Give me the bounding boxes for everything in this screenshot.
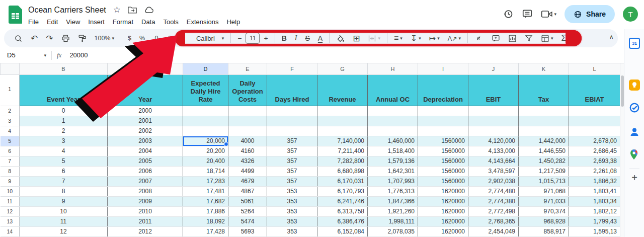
cell[interactable]: [317, 116, 368, 126]
google-keep-icon[interactable]: [629, 80, 640, 91]
table-views-icon[interactable]: ▾: [537, 34, 557, 43]
functions-sigma-icon[interactable]: Σ: [557, 34, 571, 43]
google-tasks-icon[interactable]: [629, 102, 640, 113]
cell[interactable]: 353: [267, 196, 317, 206]
header-cell[interactable]: EBIT: [468, 74, 519, 106]
cell[interactable]: 2,902,038: [468, 176, 519, 186]
borders-icon[interactable]: ⊞: [349, 33, 364, 44]
cell[interactable]: 1560000: [418, 166, 468, 176]
cell[interactable]: 2011: [108, 216, 183, 226]
cell[interactable]: 4,133,000: [468, 146, 519, 156]
cell[interactable]: 1,642,301: [368, 166, 418, 176]
cell[interactable]: 5264: [228, 206, 267, 216]
contacts-icon[interactable]: [629, 126, 640, 137]
cell[interactable]: 8: [20, 186, 108, 196]
header-cell[interactable]: Event Year: [20, 74, 108, 106]
move-folder-icon[interactable]: [128, 6, 137, 14]
cell[interactable]: 1,595,13: [569, 226, 620, 236]
cell[interactable]: 2,774,380: [468, 196, 519, 206]
text-rotation-icon[interactable]: A↗▾: [444, 35, 465, 42]
cell[interactable]: 353: [267, 226, 317, 236]
google-calendar-icon[interactable]: 31: [629, 38, 640, 49]
column-header-H[interactable]: H: [368, 63, 418, 74]
cell[interactable]: 858,917: [519, 226, 569, 236]
currency-format-button[interactable]: $: [124, 35, 135, 42]
cell[interactable]: 1620000: [418, 196, 468, 206]
cell[interactable]: 1: [20, 116, 108, 126]
cell[interactable]: 971,033: [519, 196, 569, 206]
merge-cells-icon[interactable]: ▾: [364, 34, 384, 43]
text-wrap-icon[interactable]: ↦▾: [425, 34, 444, 43]
cell[interactable]: 9: [20, 196, 108, 206]
meet-camera-icon[interactable]: ▾: [541, 10, 557, 19]
cell[interactable]: 1560000: [418, 156, 468, 166]
cell[interactable]: [267, 116, 317, 126]
cell[interactable]: 1,776,313: [368, 186, 418, 196]
star-icon[interactable]: ☆: [113, 5, 121, 15]
cell[interactable]: [468, 116, 519, 126]
cell[interactable]: 357: [267, 136, 317, 146]
cell[interactable]: 2,678,00: [569, 136, 620, 146]
cell[interactable]: [519, 116, 569, 126]
menu-item[interactable]: View: [62, 17, 84, 27]
header-cell[interactable]: Daily Operation Costs: [228, 74, 267, 106]
row-header[interactable]: 6: [1, 146, 20, 156]
row-header[interactable]: 9: [1, 176, 20, 186]
header-cell[interactable]: Revenue: [317, 74, 368, 106]
cell[interactable]: 2,261,08: [569, 166, 620, 176]
cell[interactable]: [368, 106, 418, 116]
cell[interactable]: 3: [20, 136, 108, 146]
cell[interactable]: 2001: [108, 116, 183, 126]
cell[interactable]: 17,682: [183, 196, 228, 206]
cell[interactable]: 1,802,12: [569, 206, 620, 216]
cell[interactable]: 18,092: [183, 216, 228, 226]
cell[interactable]: 7: [20, 176, 108, 186]
row-header[interactable]: 1: [1, 74, 20, 106]
menu-item[interactable]: Edit: [43, 17, 62, 27]
cell[interactable]: [418, 106, 468, 116]
decrease-font-size-button[interactable]: −: [233, 34, 246, 42]
row-header[interactable]: 4: [1, 126, 20, 136]
comment-history-icon[interactable]: [522, 9, 533, 20]
side-panel-add-button[interactable]: +: [624, 172, 644, 184]
cell[interactable]: [317, 126, 368, 136]
account-avatar[interactable]: T: [623, 7, 638, 22]
share-button[interactable]: Share: [565, 5, 615, 23]
cell[interactable]: 1,446,550: [519, 146, 569, 156]
cell[interactable]: 353: [267, 206, 317, 216]
cell[interactable]: 1,442,000: [519, 136, 569, 146]
text-color-button[interactable]: A: [314, 34, 327, 42]
column-header-G[interactable]: G: [317, 63, 368, 74]
cell[interactable]: 4000: [228, 136, 267, 146]
column-header-E[interactable]: E: [228, 63, 267, 74]
cell[interactable]: 1560000: [418, 146, 468, 156]
cell[interactable]: 5061: [228, 196, 267, 206]
cell[interactable]: 1,579,136: [368, 156, 418, 166]
cell[interactable]: 11: [20, 216, 108, 226]
cell[interactable]: 6,152,084: [317, 226, 368, 236]
cell[interactable]: 1620000: [418, 226, 468, 236]
decrease-decimal-button[interactable]: .0: [149, 35, 162, 42]
cell[interactable]: 357: [267, 166, 317, 176]
cell[interactable]: 2004: [108, 146, 183, 156]
cell[interactable]: 2005: [108, 156, 183, 166]
formula-input[interactable]: 20000: [69, 51, 624, 59]
cell[interactable]: [267, 106, 317, 116]
cell[interactable]: [317, 106, 368, 116]
cell[interactable]: 4160: [228, 146, 267, 156]
cell[interactable]: 971,068: [519, 186, 569, 196]
cell[interactable]: 1,015,713: [519, 176, 569, 186]
filter-icon[interactable]: [521, 34, 537, 42]
cell[interactable]: 6,386,476: [317, 216, 368, 226]
cell[interactable]: 2002: [108, 126, 183, 136]
document-title[interactable]: Ocean Carriers Sheet: [28, 6, 106, 15]
row-header[interactable]: 14: [1, 226, 20, 236]
cell[interactable]: [228, 106, 267, 116]
cell[interactable]: [267, 126, 317, 136]
row-header[interactable]: 11: [1, 196, 20, 206]
redo-icon[interactable]: ↷: [42, 33, 57, 44]
cell[interactable]: 7,140,000: [317, 136, 368, 146]
horizontal-align-icon[interactable]: ≡▾: [390, 34, 407, 43]
menu-item[interactable]: Help: [222, 17, 244, 27]
header-cell[interactable]: Annual OC: [368, 74, 418, 106]
